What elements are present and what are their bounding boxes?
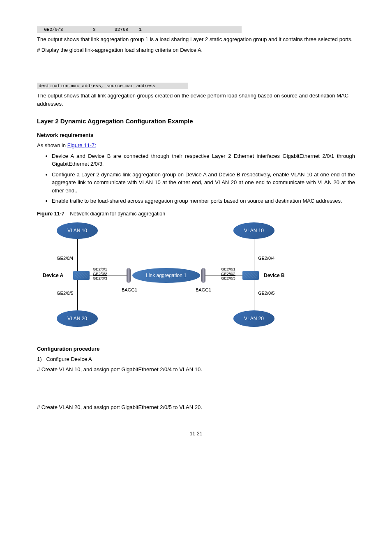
config-command-vlan10: # Create VLAN 10, and assign port Gigabi… bbox=[37, 365, 355, 374]
label-bagg1-left: BAGG1 bbox=[122, 287, 137, 292]
oval-vlan10-left: VLAN 10 bbox=[57, 222, 98, 239]
pipe-right-icon bbox=[201, 268, 205, 283]
figure-caption-text: Network diagram for dynamic aggregation bbox=[70, 211, 165, 217]
label-device-a: Device A bbox=[43, 273, 63, 278]
paragraph-output-summary-2: The output shows that all link aggregati… bbox=[37, 92, 355, 108]
diagram-line bbox=[90, 275, 127, 275]
code-output-loadshare-criteria: destination-mac address, source-mac addr… bbox=[37, 83, 188, 89]
diagram-line bbox=[254, 280, 254, 310]
section-title-dynamic-agg: Layer 2 Dynamic Aggregation Configuratio… bbox=[37, 118, 355, 125]
diagram-line bbox=[77, 239, 78, 271]
network-diagram: VLAN 10 VLAN 10 VLAN 20 VLAN 20 Link agg… bbox=[40, 221, 295, 336]
step-1: 1) Configure Device A bbox=[37, 355, 355, 363]
figure-number: Figure 11-7 bbox=[37, 211, 65, 217]
diagram-line bbox=[77, 280, 78, 310]
label-ge205-right: GE2/0/5 bbox=[258, 291, 274, 296]
subheading-network-requirements: Network requirements bbox=[37, 132, 355, 138]
label-interfaces-right: GE2/0/1 GE2/0/2 GE2/0/3 bbox=[221, 267, 235, 280]
subheading-configuration-procedure: Configuration procedure bbox=[37, 346, 355, 352]
diagram-line bbox=[254, 239, 254, 271]
pipe-left-icon bbox=[127, 268, 131, 283]
paragraph-display-command: # Display the global link-aggregation lo… bbox=[37, 46, 355, 54]
step-text: Configure Device A bbox=[46, 356, 92, 362]
step-number: 1) bbox=[37, 356, 42, 362]
label-ge204-left: GE2/0/4 bbox=[57, 256, 73, 261]
config-command-vlan20: # Create VLAN 20, and assign port Gigabi… bbox=[37, 403, 355, 412]
paragraph-as-shown: As shown in Figure 11-7: bbox=[37, 141, 355, 150]
device-b-icon bbox=[242, 271, 259, 280]
bullet-list-requirements: Device A and Device B are connected thro… bbox=[37, 152, 355, 205]
label-bagg1-right: BAGG1 bbox=[196, 287, 211, 292]
oval-vlan10-right: VLAN 10 bbox=[233, 222, 274, 239]
bullet-item: Device A and Device B are connected thro… bbox=[52, 152, 355, 168]
code-output-aggregation-row: GE2/0/3 S 32768 1 bbox=[37, 26, 242, 33]
link-figure-11-7[interactable]: Figure 11-7: bbox=[67, 142, 96, 148]
oval-vlan20-right: VLAN 20 bbox=[233, 310, 274, 327]
label-interfaces-left: GE2/0/1 GE2/0/2 GE2/0/3 bbox=[93, 267, 107, 280]
figure-caption: Figure 11-7 Network diagram for dynamic … bbox=[37, 211, 355, 217]
page-number: 11-21 bbox=[37, 431, 355, 437]
bullet-item: Enable traffic to be load-shared across … bbox=[52, 197, 355, 205]
label-ge205-left: GE2/0/5 bbox=[57, 291, 73, 296]
paragraph-output-summary-1: The output shows that link aggregation g… bbox=[37, 35, 355, 44]
diagram-line bbox=[205, 275, 242, 275]
device-a-icon bbox=[73, 271, 90, 280]
text-as-shown-prefix: As shown in bbox=[37, 142, 67, 148]
oval-link-aggregation: Link aggregation 1 bbox=[132, 268, 200, 283]
oval-vlan20-left: VLAN 20 bbox=[57, 310, 98, 327]
label-device-b: Device B bbox=[264, 273, 285, 278]
bullet-item: Configure a Layer 2 dynamic link aggrega… bbox=[52, 171, 355, 195]
label-ge204-right: GE2/0/4 bbox=[258, 256, 274, 261]
